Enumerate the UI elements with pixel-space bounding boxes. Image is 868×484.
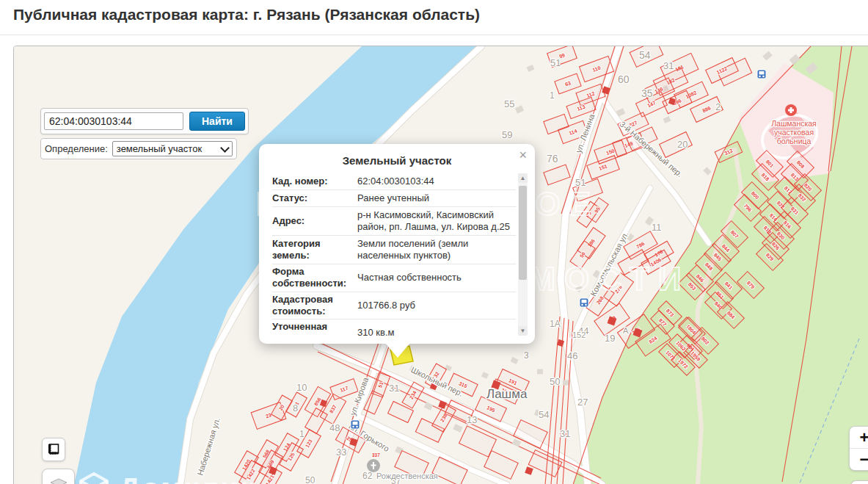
close-icon[interactable]: ×: [519, 148, 527, 162]
popup-tail: [385, 343, 410, 358]
bus-stop-icon: [351, 420, 360, 429]
svg-text:76: 76: [547, 153, 558, 165]
popup-row: Уточненная площадь:310 кв.м: [272, 319, 516, 336]
measure-button[interactable]: [42, 438, 65, 461]
svg-text:А: А: [623, 326, 629, 335]
svg-text:13: 13: [467, 414, 477, 425]
svg-text:48: 48: [329, 422, 340, 433]
filter-panel: Определение: земельный участок: [40, 138, 237, 159]
church-icon: [367, 459, 380, 472]
zoom-out-button[interactable]: −: [850, 448, 868, 470]
svg-text:31: 31: [663, 60, 674, 71]
filter-label: Определение:: [45, 143, 108, 154]
bus-stop-icon: [757, 70, 766, 79]
svg-text:8: 8: [293, 402, 298, 413]
svg-text:62: 62: [362, 471, 373, 481]
svg-text:Лашманская: Лашманская: [771, 119, 817, 128]
hospital-icon: [785, 104, 797, 116]
ruler-icon: [46, 442, 61, 457]
scroll-down-icon[interactable]: ▼: [518, 326, 528, 336]
svg-text:2: 2: [715, 101, 721, 112]
svg-text:11: 11: [652, 222, 662, 233]
filter-select[interactable]: земельный участок: [112, 141, 233, 156]
search-button[interactable]: Найти: [189, 112, 245, 131]
svg-text:50: 50: [550, 376, 560, 387]
svg-text:54: 54: [639, 49, 651, 61]
popup-row: Кадастровая стоимость:101766.8 руб: [272, 292, 516, 320]
domclick-watermark-text: Домклик: [119, 472, 256, 484]
svg-text:35: 35: [641, 87, 653, 99]
svg-text:27: 27: [577, 397, 588, 408]
popup-row: Форма собственности:Частная собственност…: [272, 264, 516, 292]
scroll-up-icon[interactable]: ▲: [518, 173, 528, 183]
scroll-thumb[interactable]: [519, 186, 527, 280]
search-input[interactable]: [44, 112, 183, 130]
svg-text:46: 46: [567, 350, 577, 361]
svg-text:31: 31: [389, 383, 399, 394]
svg-text:31: 31: [560, 428, 570, 439]
svg-text:54: 54: [539, 409, 549, 420]
popup-row: Категория земель:Земли поселений (земли …: [272, 236, 516, 264]
svg-text:152: 152: [572, 331, 586, 339]
bus-stop-icon: [580, 298, 588, 307]
layers-icon: [48, 474, 70, 484]
svg-text:больница: больница: [777, 137, 812, 145]
zoom-in-button[interactable]: +: [850, 427, 868, 448]
svg-text:Рождественская: Рождественская: [376, 472, 438, 480]
svg-text:51: 51: [550, 57, 561, 68]
search-panel: Найти: [40, 108, 249, 134]
svg-text:3: 3: [524, 350, 529, 361]
svg-text:33: 33: [336, 447, 346, 458]
filter-selected-value: земельный участок: [117, 143, 202, 154]
parcel-popup: Земельный участок × Кад. номер:62:04:003…: [259, 144, 535, 344]
svg-text:55: 55: [504, 98, 514, 109]
svg-text:участковая: участковая: [774, 128, 814, 137]
popup-attribute-table: Кад. номер:62:04:0030103:44Статус:Ранее …: [272, 173, 516, 336]
fullscreen-button[interactable]: [850, 480, 868, 484]
svg-text:50: 50: [305, 475, 316, 484]
layers-button[interactable]: [42, 469, 75, 484]
svg-text:1: 1: [299, 429, 304, 439]
domclick-cube-icon: [76, 471, 112, 484]
popup-row: Кад. номер:62:04:0030103:44: [272, 173, 516, 190]
svg-text:10: 10: [296, 382, 307, 393]
chevron-down-icon: [220, 143, 230, 153]
svg-text:1А: 1А: [550, 319, 561, 329]
popup-title: Земельный участок: [259, 144, 535, 167]
svg-text:1: 1: [550, 90, 555, 101]
page-title: Публичная кадастровая карта: г. Рязань (…: [13, 6, 480, 24]
svg-text:337: 337: [372, 452, 380, 458]
popup-row: Адрес:р-н Касимовский, Касимовский район…: [272, 207, 516, 236]
popup-scrollbar[interactable]: ▲ ▼: [518, 173, 528, 336]
popup-row: Статус:Ранее учтенный: [272, 190, 516, 207]
watermark-domclick: Домклик: [76, 471, 256, 484]
zoom-controls: + −: [849, 426, 868, 471]
map: 9911063112113114150151149181182146147108…: [13, 46, 868, 484]
title-divider: [0, 35, 868, 35]
svg-text:Лашма: Лашма: [486, 387, 528, 401]
svg-text:59: 59: [502, 129, 512, 140]
svg-text:60: 60: [618, 73, 630, 85]
svg-text:19: 19: [605, 333, 615, 344]
svg-text:20: 20: [677, 139, 688, 150]
page: Публичная кадастровая карта: г. Рязань (…: [0, 0, 868, 484]
